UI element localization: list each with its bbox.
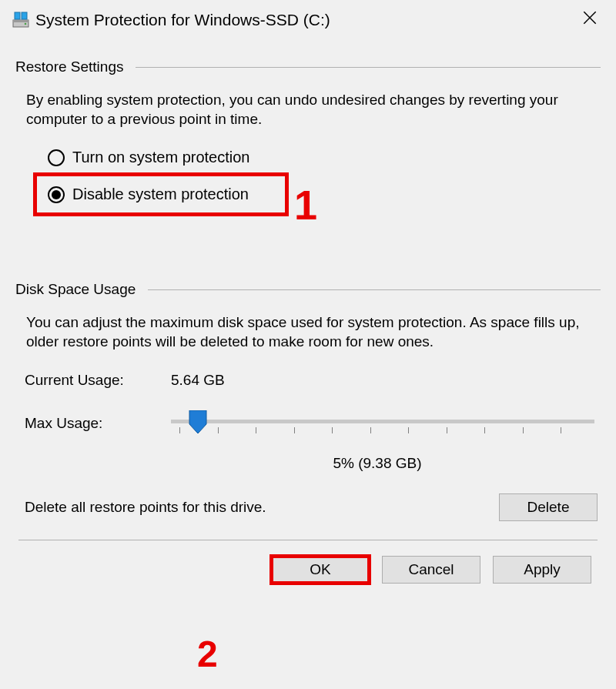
current-usage-value: 5.64 GB	[171, 372, 225, 389]
radio-icon-unchecked	[48, 149, 65, 166]
restore-settings-header: Restore Settings	[15, 59, 601, 75]
ok-button[interactable]: OK	[271, 556, 370, 584]
max-usage-row: Max Usage:	[25, 407, 601, 441]
apply-button[interactable]: Apply	[493, 556, 591, 584]
divider	[148, 289, 601, 290]
svg-rect-2	[15, 12, 20, 19]
annotation-number-1: 1	[294, 181, 317, 229]
delete-row: Delete all restore points for this drive…	[25, 493, 598, 521]
slider-thumb-icon[interactable]	[188, 410, 208, 435]
delete-description: Delete all restore points for this drive…	[25, 499, 266, 516]
disk-usage-label: Disk Space Usage	[15, 281, 148, 298]
drive-icon	[12, 12, 29, 28]
divider	[136, 67, 601, 68]
svg-rect-1	[13, 20, 28, 22]
radio-dot-icon	[52, 190, 61, 199]
max-usage-slider[interactable]	[171, 407, 594, 441]
footer-buttons: OK Cancel Apply	[15, 556, 601, 584]
disk-description: You can adjust the maximum disk space us…	[26, 313, 594, 351]
window-title: System Protection for Windows-SSD (C:)	[35, 11, 579, 29]
disk-usage-header: Disk Space Usage	[15, 281, 601, 298]
annotation-number-2: 2	[197, 633, 218, 675]
delete-button[interactable]: Delete	[499, 493, 598, 521]
radio-turn-on-label: Turn on system protection	[72, 149, 249, 166]
system-protection-dialog: System Protection for Windows-SSD (C:) R…	[0, 0, 616, 689]
restore-settings-label: Restore Settings	[15, 59, 136, 75]
radio-disable[interactable]: Disable system protection	[33, 172, 289, 216]
svg-rect-3	[22, 12, 27, 19]
restore-description: By enabling system protection, you can u…	[26, 91, 594, 129]
close-icon[interactable]	[579, 7, 601, 28]
protection-radio-group: Turn on system protection Disable system…	[48, 149, 601, 216]
current-usage-row: Current Usage: 5.64 GB	[25, 372, 601, 389]
max-usage-label: Max Usage:	[25, 407, 171, 432]
footer-divider	[18, 540, 598, 540]
radio-turn-on[interactable]: Turn on system protection	[48, 149, 601, 166]
content-area: Restore Settings By enabling system prot…	[0, 35, 616, 584]
slider-caption: 5% (9.38 GB)	[154, 455, 601, 472]
current-usage-label: Current Usage:	[25, 372, 171, 389]
slider-ticks	[171, 427, 594, 435]
cancel-button[interactable]: Cancel	[382, 556, 480, 584]
slider-track	[171, 420, 594, 423]
radio-icon-checked	[48, 186, 65, 203]
svg-point-4	[25, 23, 27, 25]
radio-disable-label: Disable system protection	[72, 186, 249, 203]
title-bar: System Protection for Windows-SSD (C:)	[0, 0, 616, 35]
